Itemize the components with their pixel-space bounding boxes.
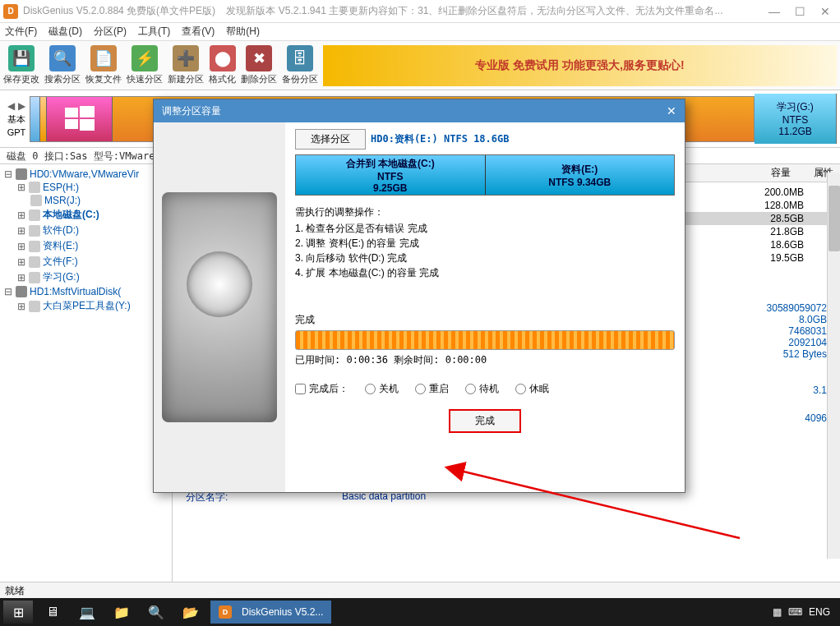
tray-lang[interactable]: ENG — [809, 606, 830, 618]
tree-pe[interactable]: 大白菜PE工具盘(Y:) — [43, 299, 131, 313]
opt-reboot[interactable]: 重启 — [415, 382, 449, 396]
taskbar-icon[interactable]: 🖥 — [38, 601, 67, 624]
new-partition-button[interactable]: ➕新建分区 — [168, 45, 204, 85]
svg-rect-2 — [65, 119, 78, 129]
progress-bar — [295, 330, 675, 350]
part-icon — [29, 241, 40, 252]
dialog-title: 调整分区容量 — [162, 104, 221, 118]
tree-expand-icon[interactable]: ⊞ — [16, 182, 26, 193]
after-options: 完成后： 关机 重启 待机 休眠 — [295, 382, 675, 396]
status-label: 完成 — [295, 313, 675, 327]
partition-esp[interactable] — [30, 97, 40, 141]
info-v2: 8.0GB — [745, 314, 827, 325]
taskbar-icon[interactable]: 💻 — [72, 601, 102, 624]
dialog-part-c[interactable]: 合并到 本地磁盘(C:)NTFS9.25GB — [296, 155, 486, 195]
dialog-part-e[interactable]: 资料(E:)NTFS 9.34GB — [486, 155, 675, 195]
backup-partition-button[interactable]: 🗄备份分区 — [282, 45, 318, 85]
disk-icon — [16, 168, 27, 180]
operations-label: 需执行的调整操作： — [295, 205, 675, 219]
taskbar-app-diskgenius[interactable]: D DiskGenius V5.2... — [210, 601, 331, 624]
tree-expand-icon[interactable]: ⊞ — [16, 241, 26, 252]
app-icon: D — [3, 4, 18, 19]
tree-expand-icon[interactable]: ⊞ — [16, 225, 26, 237]
info-v7: 4096 — [745, 412, 827, 424]
app-icon: D — [219, 605, 232, 619]
dialog-partition-strip[interactable]: 合并到 本地磁盘(C:)NTFS9.25GB 资料(E:)NTFS 9.34GB — [295, 154, 675, 196]
ad-banner[interactable]: 专业版 免费试用 功能更强大,服务更贴心! — [323, 45, 837, 86]
selected-partition-text: HD0:资料(E:) NTFS 18.6GB — [371, 132, 510, 146]
tree-hd1[interactable]: HD1:MsftVirtualDisk( — [30, 286, 121, 297]
tree-collapse-icon[interactable]: ⊟ — [3, 168, 13, 180]
part-icon — [29, 256, 40, 268]
tree-d[interactable]: 软件(D:) — [43, 223, 79, 237]
title-bar: D DiskGenius V5.2.0.884 免费版(单文件PE版) 发现新版… — [0, 0, 840, 23]
tree-msr[interactable]: MSR(J:) — [44, 195, 81, 206]
toolbar: 💾保存更改 🔍搜索分区 📄恢复文件 ⚡快速分区 ➕新建分区 ⬤格式化 ✖删除分区… — [0, 41, 840, 90]
partition-msr[interactable] — [40, 97, 47, 141]
info-v1: 30589059072 — [745, 302, 827, 314]
menu-partition[interactable]: 分区(P) — [94, 25, 127, 39]
menu-view[interactable]: 查看(V) — [182, 25, 215, 39]
title-text: DiskGenius V5.2.0.884 免费版(单文件PE版) 发现新版本 … — [23, 4, 768, 18]
select-partition-button[interactable]: 选择分区 — [295, 129, 366, 150]
tree-f[interactable]: 文件(F:) — [43, 255, 78, 269]
tree-c[interactable]: 本地磁盘(C:) — [43, 208, 99, 222]
info-v5: 512 Bytes — [745, 348, 827, 360]
delete-partition-button[interactable]: ✖删除分区 — [241, 45, 277, 85]
tree-expand-icon[interactable]: ⊞ — [16, 301, 26, 312]
save-button[interactable]: 💾保存更改 — [3, 45, 39, 85]
svg-rect-3 — [80, 119, 95, 131]
prev-disk-icon[interactable]: ◀ — [7, 100, 15, 112]
next-disk-icon[interactable]: ▶ — [18, 100, 25, 112]
done-button[interactable]: 完成 — [449, 409, 521, 433]
opt-hibernate[interactable]: 休眠 — [515, 382, 549, 396]
search-partition-button[interactable]: 🔍搜索分区 — [44, 45, 81, 85]
svg-rect-1 — [80, 106, 95, 117]
tree-esp[interactable]: ESP(H:) — [43, 182, 79, 193]
status-bar: 就绪 — [0, 582, 840, 598]
menu-help[interactable]: 帮助(H) — [226, 25, 260, 39]
tray-icon[interactable]: ▦ — [773, 606, 782, 618]
part-icon — [30, 195, 42, 206]
menu-bar: 文件(F) 磁盘(D) 分区(P) 工具(T) 查看(V) 帮助(H) — [0, 23, 840, 41]
tree-hd0[interactable]: HD0:VMware,VMwareVir — [30, 168, 139, 180]
vertical-scrollbar[interactable] — [827, 173, 840, 559]
dialog-image-pane — [154, 122, 285, 492]
close-button[interactable]: ✕ — [820, 5, 830, 18]
info-v4: 2092104 — [745, 337, 827, 348]
tree-expand-icon[interactable]: ⊞ — [16, 209, 26, 221]
harddisk-image — [162, 192, 277, 422]
recover-file-button[interactable]: 📄恢复文件 — [85, 45, 122, 85]
dialog-close-button[interactable]: ✕ — [667, 104, 676, 117]
operations-list: 1. 检查各分区是否有错误 完成 2. 调整 资料(E:) 的容量 完成 3. … — [295, 221, 675, 280]
partition-g[interactable]: 学习(G:)NTFS11.2GB — [755, 94, 837, 144]
minimize-button[interactable]: — — [768, 5, 780, 18]
tree-g[interactable]: 学习(G:) — [43, 270, 80, 284]
maximize-button[interactable]: ☐ — [795, 5, 805, 18]
resize-partition-dialog: 调整分区容量 ✕ 选择分区 HD0:资料(E:) NTFS 18.6GB 合并到… — [153, 99, 685, 493]
partition-c[interactable] — [47, 97, 113, 141]
opt-shutdown[interactable]: 关机 — [365, 382, 399, 396]
tree-collapse-icon[interactable]: ⊟ — [3, 286, 13, 297]
taskbar-icon[interactable]: 📁 — [107, 601, 136, 624]
quick-partition-button[interactable]: ⚡快速分区 — [127, 45, 163, 85]
tray-keyboard-icon[interactable]: ⌨ — [788, 606, 802, 618]
taskbar-explorer-icon[interactable]: 📂 — [176, 601, 205, 624]
col-capacity[interactable]: 容量 — [771, 166, 791, 180]
tree-expand-icon[interactable]: ⊞ — [16, 272, 26, 283]
start-button[interactable]: ⊞ — [3, 601, 33, 624]
after-checkbox[interactable]: 完成后： — [295, 382, 348, 396]
menu-tools[interactable]: 工具(T) — [138, 25, 170, 39]
taskbar-search-icon[interactable]: 🔍 — [141, 601, 171, 624]
opt-standby[interactable]: 待机 — [465, 382, 499, 396]
tree-expand-icon[interactable]: ⊞ — [16, 256, 26, 268]
part-icon — [29, 225, 40, 237]
system-tray[interactable]: ▦ ⌨ ENG — [773, 606, 837, 618]
disk-tree[interactable]: ⊟HD0:VMware,VMwareVir ⊞ESP(H:) MSR(J:) ⊞… — [0, 164, 173, 591]
format-button[interactable]: ⬤格式化 — [209, 45, 236, 85]
time-label: 已用时间: 0:00:36 剩余时间: 0:00:00 — [295, 353, 675, 367]
menu-disk[interactable]: 磁盘(D) — [48, 25, 82, 39]
disk-icon — [16, 286, 27, 297]
tree-e[interactable]: 资料(E:) — [43, 239, 78, 253]
menu-file[interactable]: 文件(F) — [5, 25, 37, 39]
